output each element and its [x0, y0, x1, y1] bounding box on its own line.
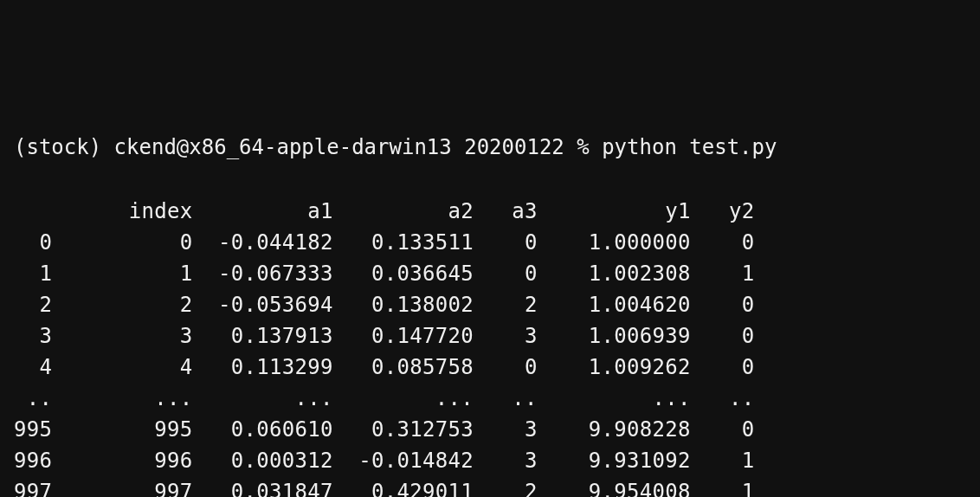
table-row: 4 4 0.113299 0.085758 0 1.009262 0	[14, 352, 966, 383]
dataframe-output: index a1 a2 a3 y1 y2 0 0 -0.044182 0.133…	[14, 196, 966, 497]
header-row: index a1 a2 a3 y1 y2	[14, 196, 966, 227]
prompt-symbol: %	[577, 135, 589, 159]
user-host: ckend@x86_64-apple-darwin13	[114, 135, 452, 159]
terminal-prompt[interactable]: (stock) ckend@x86_64-apple-darwin13 2020…	[14, 132, 966, 163]
table-row: 2 2 -0.053694 0.138002 2 1.004620 0	[14, 289, 966, 320]
table-row: 3 3 0.137913 0.147720 3 1.006939 0	[14, 320, 966, 352]
table-row: 0 0 -0.044182 0.133511 0 1.000000 0	[14, 227, 966, 258]
table-row: 996 996 0.000312 -0.014842 3 9.931092 1	[14, 445, 966, 476]
table-row: 1 1 -0.067333 0.036645 0 1.002308 1	[14, 258, 966, 289]
current-dir: 20200122	[464, 135, 564, 159]
env-name: (stock)	[14, 135, 101, 159]
table-row: 997 997 0.031847 0.429011 2 9.954008 1	[14, 476, 966, 497]
ellipsis-row: .. ... ... ... .. ... ..	[14, 383, 966, 414]
table-row: 995 995 0.060610 0.312753 3 9.908228 0	[14, 414, 966, 445]
command: python test.py	[602, 135, 777, 159]
